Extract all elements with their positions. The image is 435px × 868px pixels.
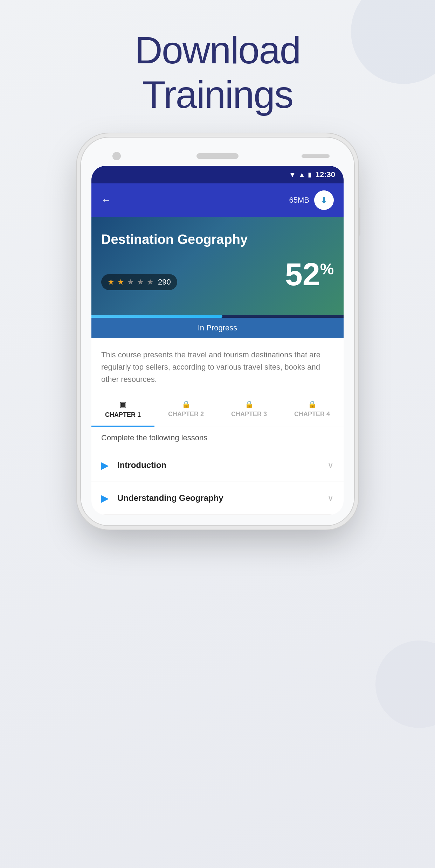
course-title: Destination Geography [101,231,334,248]
chapter-1-label: CHAPTER 1 [94,411,152,419]
phone-camera [112,152,121,160]
download-area: 65MB ⬇ [289,190,334,210]
lock-icon-3: 🔒 [220,400,278,408]
lesson-title-2: Understanding Geography [117,493,327,503]
progress-percentage: 52% [285,259,334,290]
chapter-3-label: CHAPTER 3 [220,411,278,418]
download-button[interactable]: ⬇ [314,190,334,210]
signal-icon: ▲ [299,171,305,178]
page-title-line2: Trainings [142,73,293,116]
phone-wrapper: ▼ ▲ ▮ 12:30 ← 65MB ⬇ Destination Geograp… [0,138,435,525]
status-time: 12:30 [316,170,335,179]
lesson-item-1[interactable]: ▶ Introduction ∨ [91,449,344,482]
phone-frame: ▼ ▲ ▮ 12:30 ← 65MB ⬇ Destination Geograp… [81,138,354,525]
lessons-header: Complete the following lessons [91,427,344,449]
rating-container: ★ ★ ★ ★ ★ 290 [101,274,177,290]
progress-bar-fill [91,315,222,318]
page-title-line1: Download [134,28,300,71]
status-icons: ▼ ▲ ▮ [289,171,311,179]
play-icon-2: ▶ [101,492,109,504]
progress-bar-track [91,315,344,318]
description-text: This course presents the travel and tour… [101,349,334,386]
progress-number: 52 [285,257,320,292]
chevron-down-icon-2: ∨ [327,493,334,503]
wifi-icon: ▼ [289,171,296,179]
download-size: 65MB [289,196,309,205]
chapter-1-tab[interactable]: ▣ CHAPTER 1 [91,393,154,427]
lessons-header-text: Complete the following lessons [101,433,207,442]
page-title: Download Trainings [35,28,400,117]
in-progress-label: In Progress [91,318,344,338]
phone-home-sensor [302,154,330,158]
chapter-2-tab[interactable]: 🔒 CHAPTER 2 [154,393,218,427]
rating-count: 290 [158,278,171,287]
lesson-item-2[interactable]: ▶ Understanding Geography ∨ [91,482,344,515]
course-description: This course presents the travel and tour… [91,338,344,393]
chapter-4-tab[interactable]: 🔒 CHAPTER 4 [281,393,344,427]
battery-icon: ▮ [308,171,311,178]
lesson-title-1: Introduction [117,460,327,470]
phone-screen: ▼ ▲ ▮ 12:30 ← 65MB ⬇ Destination Geograp… [91,166,344,515]
tablet-icon: ▣ [94,400,152,409]
play-icon-1: ▶ [101,460,109,471]
status-bar: ▼ ▲ ▮ 12:30 [91,166,344,183]
chapter-tabs: ▣ CHAPTER 1 🔒 CHAPTER 2 🔒 CHAPTER 3 🔒 CH… [91,393,344,427]
star-5: ★ [147,278,154,287]
lock-icon-4: 🔒 [283,400,341,408]
course-meta-row: ★ ★ ★ ★ ★ 290 52% [101,259,334,297]
chapter-4-label: CHAPTER 4 [283,411,341,418]
phone-side-button [358,208,360,236]
star-3: ★ [127,278,134,287]
download-icon: ⬇ [320,195,328,206]
phone-top-bar [91,148,344,166]
app-header: ← 65MB ⬇ [91,183,344,217]
course-hero: Destination Geography ★ ★ ★ ★ ★ 290 52% [91,217,344,315]
lock-icon-2: 🔒 [157,400,215,408]
progress-section: In Progress [91,315,344,338]
bg-decoration-bottom [375,640,435,728]
star-1: ★ [108,278,115,287]
percent-sign: % [320,260,334,278]
chapter-3-tab[interactable]: 🔒 CHAPTER 3 [218,393,281,427]
chevron-down-icon-1: ∨ [327,460,334,470]
back-button[interactable]: ← [101,195,111,206]
chapter-2-label: CHAPTER 2 [157,411,215,418]
star-4: ★ [137,278,144,287]
star-2: ★ [117,278,124,287]
phone-speaker [196,153,239,159]
